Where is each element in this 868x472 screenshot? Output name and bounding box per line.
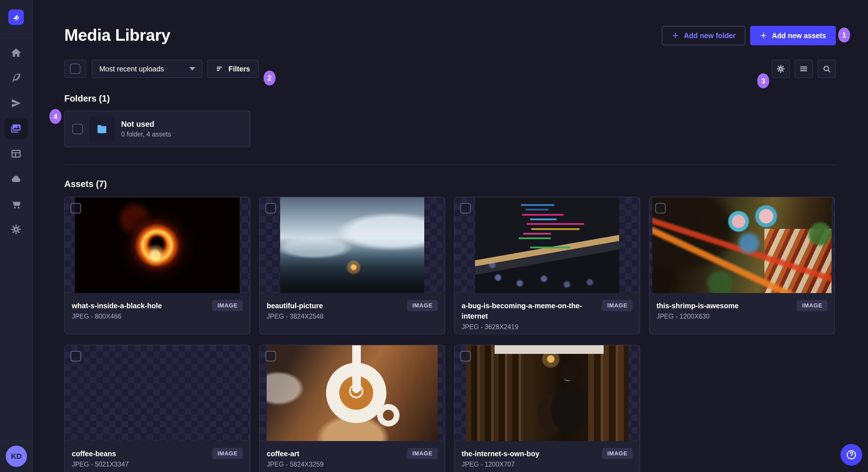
folder-card[interactable]: Not used 0 folder, 4 assets <box>64 111 250 147</box>
asset-caption: the-internet-s-own-boy JPEG - 1200X707 I… <box>455 441 640 468</box>
annotation-marker-2: 2 <box>264 71 276 86</box>
asset-image <box>267 345 438 441</box>
asset-card[interactable]: coffee-beans JPEG - 5021X3347 IMAGE <box>64 345 250 472</box>
asset-text: coffee-art JPEG - 5824X3259 <box>267 448 402 468</box>
asset-image <box>466 345 628 441</box>
sidebar-item-content[interactable] <box>0 65 32 91</box>
asset-checkbox[interactable] <box>460 351 471 361</box>
sidebar-nav <box>0 35 32 242</box>
asset-caption: beautiful-picture JPEG - 3824X2548 IMAGE <box>260 293 445 320</box>
asset-caption: what-s-inside-a-black-hole JPEG - 800X46… <box>65 293 250 320</box>
asset-meta: JPEG - 5021X3347 <box>72 461 208 468</box>
folder-checkbox[interactable] <box>72 124 83 134</box>
sidebar-item-releases[interactable] <box>0 91 32 116</box>
select-all-button[interactable] <box>64 60 86 78</box>
cart-icon <box>5 194 28 214</box>
asset-image <box>280 197 424 293</box>
asset-text: coffee-beans JPEG - 5021X3347 <box>72 448 208 468</box>
asset-checkbox[interactable] <box>266 203 276 213</box>
add-new-assets-button[interactable]: Add new assets <box>750 26 836 45</box>
cloud-icon <box>5 169 28 189</box>
folders-section: Folders (1) Not used 0 folder, 4 assets <box>64 94 836 147</box>
asset-checkbox[interactable] <box>460 203 471 213</box>
asset-title: coffee-art <box>267 448 402 459</box>
annotation-marker-1: 1 <box>838 28 850 42</box>
folder-name: Not used <box>121 120 171 129</box>
asset-type-badge: IMAGE <box>212 300 243 311</box>
gear-icon <box>5 219 28 240</box>
asset-grid: what-s-inside-a-black-hole JPEG - 800X46… <box>64 197 836 472</box>
asset-card[interactable]: a-bug-is-becoming-a-meme-on-the-internet… <box>454 197 640 334</box>
folder-icon <box>95 123 108 136</box>
strapi-logo[interactable] <box>8 9 24 25</box>
asset-meta: JPEG - 1200X630 <box>656 312 792 320</box>
sidebar-item-marketplace[interactable] <box>0 192 32 217</box>
section-divider <box>64 165 836 165</box>
media-library-icon <box>5 118 28 139</box>
sidebar-item-home[interactable] <box>0 40 32 65</box>
asset-image <box>75 197 240 293</box>
sidebar: KD <box>0 0 33 472</box>
asset-card[interactable]: what-s-inside-a-black-hole JPEG - 800X46… <box>64 197 250 334</box>
asset-checkbox[interactable] <box>71 351 81 361</box>
asset-title: beautiful-picture <box>267 301 402 311</box>
filters-label: Filters <box>228 65 250 73</box>
asset-card[interactable]: beautiful-picture JPEG - 3824X2548 IMAGE <box>259 197 445 334</box>
toolbar-right <box>772 60 836 78</box>
sidebar-footer: KD <box>0 440 33 472</box>
add-new-assets-label: Add new assets <box>772 32 826 40</box>
avatar[interactable]: KD <box>6 446 27 467</box>
asset-title: what-s-inside-a-black-hole <box>72 301 208 311</box>
help-button[interactable] <box>840 444 862 466</box>
view-settings-button[interactable] <box>772 60 790 78</box>
asset-image <box>85 345 229 441</box>
asset-thumbnail <box>65 345 250 441</box>
asset-title: coffee-beans <box>72 448 208 459</box>
asset-card[interactable]: the-internet-s-own-boy JPEG - 1200X707 I… <box>454 345 640 472</box>
asset-title: this-shrimp-is-awesome <box>656 301 792 311</box>
asset-card[interactable]: coffee-art JPEG - 5824X3259 IMAGE <box>259 345 445 472</box>
home-icon <box>5 42 28 63</box>
list-icon <box>799 64 808 73</box>
asset-type-badge: IMAGE <box>797 300 828 311</box>
search-button[interactable] <box>817 60 836 78</box>
asset-caption: this-shrimp-is-awesome JPEG - 1200X630 I… <box>650 293 834 320</box>
sidebar-item-media-library[interactable] <box>0 116 32 141</box>
asset-checkbox[interactable] <box>71 203 81 213</box>
asset-text: this-shrimp-is-awesome JPEG - 1200X630 <box>656 301 792 320</box>
asset-thumbnail <box>260 345 445 441</box>
asset-type-badge: IMAGE <box>602 300 632 311</box>
add-new-folder-button[interactable]: Add new folder <box>662 26 745 45</box>
asset-meta: JPEG - 1200X707 <box>462 461 597 468</box>
filter-icon <box>216 65 224 73</box>
folders-heading: Folders (1) <box>64 94 836 104</box>
sort-dropdown-value: Most recent uploads <box>99 65 164 73</box>
select-all-checkbox[interactable] <box>70 64 81 74</box>
annotation-marker-3: 3 <box>757 73 769 88</box>
asset-title: a-bug-is-becoming-a-meme-on-the-internet <box>462 301 597 322</box>
asset-meta: JPEG - 3628X2419 <box>462 323 597 331</box>
logo-container <box>0 0 32 35</box>
toolbar: Most recent uploads Filters <box>64 60 836 78</box>
list-view-button[interactable] <box>795 60 813 78</box>
asset-type-badge: IMAGE <box>407 300 438 311</box>
strapi-logo-icon <box>11 12 21 22</box>
asset-checkbox[interactable] <box>655 203 665 213</box>
sidebar-item-settings[interactable] <box>0 217 32 242</box>
sidebar-item-cloud[interactable] <box>0 166 32 192</box>
asset-text: a-bug-is-becoming-a-meme-on-the-internet… <box>462 301 597 331</box>
asset-title: the-internet-s-own-boy <box>462 448 597 459</box>
filters-button[interactable]: Filters <box>207 60 259 78</box>
asset-text: the-internet-s-own-boy JPEG - 1200X707 <box>462 448 597 468</box>
asset-type-badge: IMAGE <box>407 448 438 459</box>
question-mark-icon <box>846 449 857 461</box>
sidebar-item-content-type-builder[interactable] <box>0 141 32 166</box>
sort-dropdown[interactable]: Most recent uploads <box>92 60 203 78</box>
asset-thumbnail <box>455 197 640 293</box>
asset-checkbox[interactable] <box>266 351 276 361</box>
folder-meta: 0 folder, 4 assets <box>121 131 171 138</box>
media-library-page: { "colors": { "page_bg": "#181826", "sur… <box>0 0 868 472</box>
asset-meta: JPEG - 3824X2548 <box>267 312 402 320</box>
asset-card[interactable]: this-shrimp-is-awesome JPEG - 1200X630 I… <box>649 197 835 334</box>
plus-icon <box>760 32 767 39</box>
